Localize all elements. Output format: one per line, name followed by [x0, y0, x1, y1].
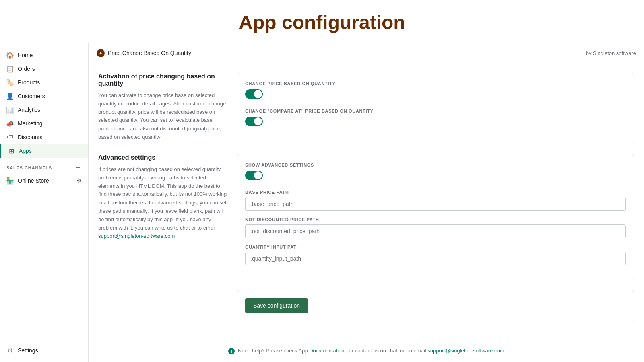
products-icon: 🏷️	[6, 79, 14, 86]
app-title: Price Change Based On Quantity	[108, 50, 191, 56]
base-price-field-row: BASE PRICE PATH	[245, 190, 626, 211]
save-section-row: Save configuration	[98, 290, 634, 321]
sidebar-item-customers[interactable]: 👤 Customers	[0, 89, 88, 103]
activation-section-row: Activation of price changing based on qu…	[98, 73, 634, 144]
activation-description: You can activate to change price base on…	[98, 91, 227, 142]
sidebar-item-orders[interactable]: 📋 Orders	[0, 62, 88, 76]
toggle-show-advanced[interactable]	[245, 171, 263, 180]
footer-text2: , or contact us on chat, or on email	[346, 348, 427, 354]
app-header: ● Price Change Based On Quantity by Sing…	[89, 43, 644, 63]
not-discounted-label: NOT DISCOUNTED PRICE PATH	[245, 217, 626, 222]
advanced-section-left: Advanced settings If prices are not chan…	[98, 154, 227, 280]
toggle3-knob	[254, 171, 262, 179]
app-by-text: by Singleton software	[586, 50, 636, 56]
toggle2-knob	[254, 117, 262, 125]
toggle-row-advanced: SHOW ADVANCED SETTINGS	[245, 162, 626, 182]
customers-icon: 👤	[6, 93, 14, 100]
apps-icon: ⊞	[8, 147, 15, 154]
orders-icon: 📋	[6, 65, 14, 72]
online-store-icon: 🏪	[6, 177, 14, 184]
sidebar-item-apps[interactable]: ⊞ Apps	[0, 144, 88, 158]
activation-heading: Activation of price changing based on qu…	[98, 73, 227, 87]
footer-email-link[interactable]: support@singleton-software.com	[427, 348, 504, 354]
toggle-row-2: CHANGE "COMPARE AT" PRICE BASED ON QUANT…	[245, 109, 626, 128]
home-icon: 🏠	[6, 51, 14, 59]
discounts-icon: 🏷	[6, 134, 14, 141]
advanced-section-right: SHOW ADVANCED SETTINGS BASE PRICE PATH N…	[237, 154, 634, 280]
advanced-heading: Advanced settings	[98, 154, 227, 161]
sidebar-item-online-store[interactable]: 🏪 Online Store ⚙	[0, 174, 88, 187]
toggle-compare-price[interactable]	[245, 117, 263, 126]
sidebar: 🏠 Home 📋 Orders 🏷️ Products 👤 Customers …	[0, 43, 89, 362]
toggle1-knob	[254, 90, 262, 98]
settings-gear-icon[interactable]: ⚙	[76, 177, 82, 184]
toggle1-label: CHANGE PRICE BASED ON QUANTITY	[245, 81, 626, 86]
page-title-bar: App configuration	[0, 0, 644, 43]
settings-icon: ⚙	[6, 347, 14, 354]
info-icon: i	[228, 348, 235, 354]
sidebar-item-marketing[interactable]: 📣 Marketing	[0, 117, 88, 130]
save-section-right: Save configuration	[237, 290, 634, 321]
activation-section-right: CHANGE PRICE BASED ON QUANTITY CHANGE "C…	[237, 73, 634, 144]
not-discounted-field-row: NOT DISCOUNTED PRICE PATH	[245, 217, 626, 238]
content-area: ● Price Change Based On Quantity by Sing…	[89, 43, 644, 362]
main-layout: 🏠 Home 📋 Orders 🏷️ Products 👤 Customers …	[0, 43, 644, 362]
sidebar-item-products[interactable]: 🏷️ Products	[0, 76, 88, 89]
toggle-change-price[interactable]	[245, 89, 263, 99]
sidebar-item-analytics[interactable]: 📊 Analytics	[0, 103, 88, 117]
toggle2-label: CHANGE "COMPARE AT" PRICE BASED ON QUANT…	[245, 109, 626, 113]
analytics-icon: 📊	[6, 106, 14, 113]
app-footer: i Need help? Please check App Documentat…	[89, 341, 644, 361]
not-discounted-input[interactable]	[245, 224, 626, 238]
sales-channels-section: SALES CHANNELS +	[0, 158, 88, 174]
show-advanced-label: SHOW ADVANCED SETTINGS	[245, 162, 626, 167]
app-frame: ● Price Change Based On Quantity by Sing…	[89, 43, 644, 362]
quantity-label: QUANTITY INPUT PATH	[245, 245, 626, 249]
advanced-section-row: Advanced settings If prices are not chan…	[98, 154, 634, 280]
footer-text: Need help? Please check App	[238, 348, 309, 354]
marketing-icon: 📣	[6, 120, 14, 127]
documentation-link[interactable]: Documentation	[309, 348, 344, 354]
base-price-input[interactable]	[245, 197, 626, 211]
advanced-email-link[interactable]: support@singleton-software.com	[98, 233, 175, 239]
toggle-row-1: CHANGE PRICE BASED ON QUANTITY	[245, 81, 626, 101]
quantity-field-row: QUANTITY INPUT PATH	[245, 245, 626, 265]
sidebar-item-discounts[interactable]: 🏷 Discounts	[0, 130, 88, 144]
add-sales-channel-button[interactable]: +	[74, 164, 82, 171]
base-price-label: BASE PRICE PATH	[245, 190, 626, 195]
save-configuration-button[interactable]: Save configuration	[245, 298, 308, 313]
page-title: App configuration	[0, 11, 644, 33]
sidebar-item-home[interactable]: 🏠 Home	[0, 48, 88, 62]
advanced-description: If prices are not changing based on sele…	[98, 165, 227, 241]
sidebar-item-settings[interactable]: ⚙ Settings	[0, 343, 88, 357]
quantity-input[interactable]	[245, 252, 626, 265]
app-body: Activation of price changing based on qu…	[89, 63, 644, 341]
activation-section-left: Activation of price changing based on qu…	[98, 73, 227, 144]
app-logo-icon: ●	[97, 49, 105, 57]
